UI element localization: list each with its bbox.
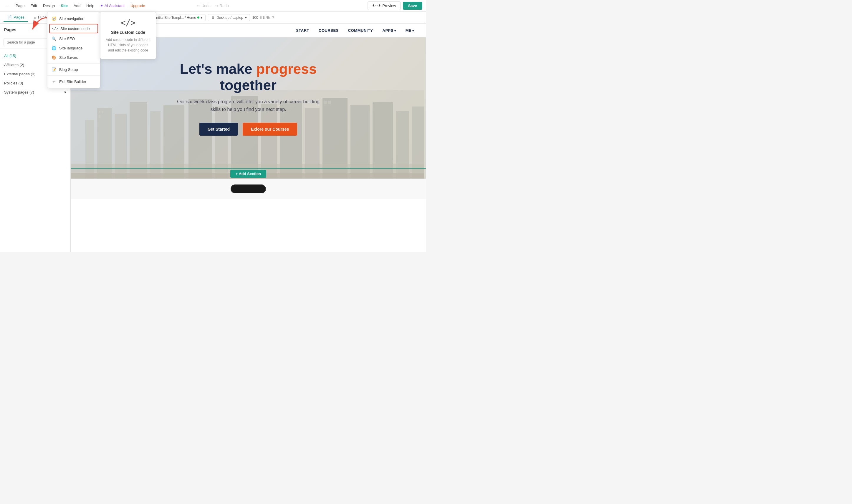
nav-me[interactable]: ME (405, 28, 414, 33)
breadcrumb[interactable]: Initial Site Templ... / Home ▾ (152, 14, 206, 21)
help-menu-button[interactable]: Help (84, 2, 97, 9)
zoom-area: 100 ⬆⬇ % ? (253, 16, 274, 20)
nav-item-system[interactable]: System pages (7) ▾ (0, 88, 70, 97)
view-label: Desktop / Laptop (216, 16, 243, 20)
site-label: Site (61, 3, 68, 8)
breadcrumb-text: Initial Site Templ... / Home (155, 16, 196, 20)
help-label: Help (86, 3, 94, 8)
hero-subtitle: Our six-week class program will offer yo… (175, 98, 322, 113)
dropdown-exit-site-builder[interactable]: ↩ Exit Site Builder (48, 77, 100, 86)
exit-icon: ↩ (52, 79, 56, 84)
upgrade-label: Upgrade (131, 3, 145, 8)
preview-label: 👁 Preview (378, 3, 396, 8)
funnels-icon: ⟁ (34, 15, 36, 19)
second-bar-center: Initial Site Templ... / Home ▾ 🖥 Desktop… (152, 14, 274, 21)
pages-icon: 📄 (7, 15, 12, 19)
upgrade-button[interactable]: Upgrade (128, 2, 147, 9)
site-menu-button[interactable]: Site (58, 2, 70, 9)
zoom-help[interactable]: ? (272, 16, 274, 20)
navigation-icon: 🧭 (52, 16, 56, 21)
hero-title-part1: Let's make (180, 61, 257, 77)
language-icon: 🌐 (52, 46, 56, 50)
pages-tab-label: Pages (14, 15, 24, 19)
explore-courses-button[interactable]: Exlore our Courses (243, 123, 297, 136)
nav-start[interactable]: START (296, 28, 309, 33)
blog-setup-label: Blog Setup (59, 67, 78, 72)
site-flavors-label: Site flavors (59, 55, 78, 60)
top-bar-left: ← Page Edit Design Site Add Help ✦ AI As… (3, 2, 366, 9)
site-language-label: Site language (59, 46, 83, 50)
nav-affiliates-label: Affiliates (2) (4, 63, 24, 67)
desktop-icon: 🖥 (211, 16, 215, 20)
nav-apps[interactable]: APPS (383, 28, 396, 33)
back-icon: ← (6, 3, 10, 8)
dropdown-site-navigation[interactable]: 🧭 Site navigation (48, 14, 100, 23)
view-chevron-icon: ▾ (245, 16, 247, 20)
dropdown-site-flavors[interactable]: 🎨 Site flavors (48, 53, 100, 62)
zoom-unit: % (266, 16, 270, 20)
dropdown-site-seo[interactable]: 🔍 Site SEO (48, 34, 100, 43)
custom-code-panel: </> Site custom code Add custom code in … (100, 12, 156, 59)
dropdown-divider (48, 63, 100, 64)
undo-redo: ↩ Undo ↪ Redo (195, 2, 230, 9)
add-menu-button[interactable]: Add (71, 2, 83, 9)
top-bar: ← Page Edit Design Site Add Help ✦ AI As… (0, 0, 426, 12)
dropdown-site-custom-code[interactable]: </> Site custom code (49, 24, 98, 33)
nav-system-label: System pages (7) (4, 90, 34, 94)
custom-code-title: Site custom code (105, 30, 151, 35)
zoom-stepper[interactable]: ⬆⬇ (259, 16, 265, 20)
back-button[interactable]: ← (3, 2, 12, 9)
zoom-value: 100 (253, 16, 258, 20)
tab-pages[interactable]: 📄 Pages (3, 13, 28, 22)
breadcrumb-chevron-icon: ▾ (201, 16, 202, 20)
top-bar-right: 👁 👁 Preview Save (367, 1, 422, 10)
edit-label: Edit (30, 3, 37, 8)
save-button[interactable]: Save (403, 2, 422, 10)
flavors-icon: 🎨 (52, 55, 56, 60)
edit-menu-button[interactable]: Edit (28, 2, 39, 9)
preview-button[interactable]: 👁 👁 Preview (367, 1, 401, 10)
nav-community[interactable]: COMMUNITY (348, 28, 373, 33)
view-selector[interactable]: 🖥 Desktop / Laptop ▾ (208, 14, 250, 21)
nav-all-label: All (15) (4, 54, 16, 58)
undo-button[interactable]: ↩ Undo (195, 2, 212, 9)
get-started-button[interactable]: Get Started (199, 123, 238, 136)
hero-title-highlight: progress (256, 61, 317, 77)
ai-icon: ✦ (100, 3, 103, 8)
nav-courses[interactable]: COURSES (319, 28, 339, 33)
ai-label: AI Assistant (105, 3, 125, 8)
blog-icon: 📝 (52, 67, 56, 72)
bottom-area (71, 179, 426, 199)
hero-title: Let's make progress together (180, 61, 317, 93)
top-bar-center: ↩ Undo ↪ Redo (195, 2, 230, 9)
code-icon: </> (53, 26, 57, 31)
nav-system-chevron-icon: ▾ (64, 90, 66, 94)
design-label: Design (43, 3, 55, 8)
hero-buttons: Get Started Exlore our Courses (199, 123, 297, 136)
nav-external-label: External pages (3) (4, 72, 35, 76)
dropdown-blog-setup[interactable]: 📝 Blog Setup (48, 65, 100, 74)
preview-icon: 👁 (372, 3, 376, 8)
add-label: Add (74, 3, 81, 8)
hero-title-part2: together (220, 77, 277, 93)
add-section-bar: + Add Section (71, 168, 426, 179)
dropdown-site-language[interactable]: 🌐 Site language (48, 43, 100, 53)
ai-assistant-button[interactable]: ✦ AI Assistant (98, 2, 127, 9)
custom-code-description: Add custom code in different HTML slots … (105, 37, 151, 53)
site-seo-label: Site SEO (59, 36, 75, 41)
site-navigation-label: Site navigation (59, 17, 84, 21)
custom-code-icon: </> (105, 18, 151, 28)
save-label: Save (408, 3, 417, 8)
site-custom-code-label: Site custom code (60, 26, 90, 31)
dropdown-divider2 (48, 75, 100, 76)
add-section-button[interactable]: + Add Section (230, 170, 266, 178)
design-menu-button[interactable]: Design (41, 2, 57, 9)
page-label: Page (16, 3, 24, 8)
phone-shape (231, 184, 266, 193)
exit-site-builder-label: Exit Site Builder (59, 79, 86, 84)
page-menu-button[interactable]: Page (13, 2, 27, 9)
status-dot (197, 17, 199, 19)
sidebar-title: Pages (4, 28, 16, 32)
nav-policies-label: Policies (3) (4, 81, 23, 85)
redo-button[interactable]: ↪ Redo (213, 2, 231, 9)
